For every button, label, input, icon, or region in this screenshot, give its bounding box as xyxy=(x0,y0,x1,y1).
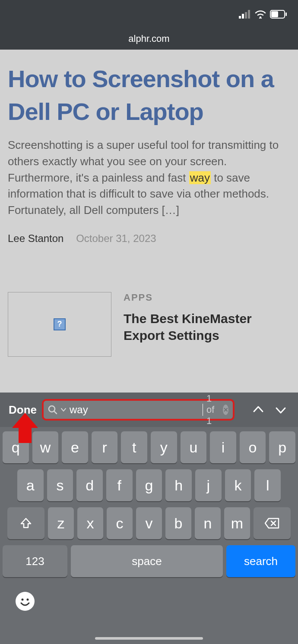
key-p[interactable]: p xyxy=(269,431,295,463)
url-domain: alphr.com xyxy=(128,33,169,44)
key-o[interactable]: o xyxy=(240,431,266,463)
image-placeholder-icon: ? xyxy=(54,318,66,330)
svg-rect-0 xyxy=(239,16,241,19)
keyboard-row-4: 123 space search xyxy=(3,545,295,577)
svg-rect-6 xyxy=(271,11,278,17)
article-date: October 31, 2023 xyxy=(76,232,156,244)
clear-icon[interactable]: ✕ xyxy=(223,405,228,415)
emoji-button[interactable] xyxy=(16,592,35,611)
related-article[interactable]: ? APPS The Best KineMaster Export Settin… xyxy=(8,292,290,357)
article-meta: Lee Stanton October 31, 2023 xyxy=(8,232,290,245)
svg-line-9 xyxy=(54,411,57,414)
key-e[interactable]: e xyxy=(62,431,88,463)
article-author[interactable]: Lee Stanton xyxy=(8,232,63,244)
svg-point-11 xyxy=(22,599,24,601)
svg-rect-7 xyxy=(285,13,287,16)
svg-point-4 xyxy=(260,16,261,18)
key-t[interactable]: t xyxy=(121,431,147,463)
find-search-field[interactable]: 1 of 1 ✕ xyxy=(42,399,235,421)
keyboard-row-1: qwertyuiop xyxy=(3,431,295,463)
article-title[interactable]: How to Screenshot on a Dell PC or Laptop xyxy=(8,63,290,128)
page-content[interactable]: How to Screenshot on a Dell PC or Laptop… xyxy=(0,50,298,393)
key-b[interactable]: b xyxy=(165,507,191,539)
search-icon xyxy=(48,405,57,415)
key-r[interactable]: r xyxy=(92,431,118,463)
keyboard-bottom-row xyxy=(3,583,295,611)
related-title[interactable]: The Best KineMaster Export Settings xyxy=(124,310,290,344)
key-m[interactable]: m xyxy=(224,507,250,539)
home-indicator[interactable] xyxy=(95,637,203,640)
key-d[interactable]: d xyxy=(76,469,103,501)
shift-key[interactable] xyxy=(7,507,44,539)
url-bar[interactable]: alphr.com xyxy=(0,28,298,50)
backspace-key[interactable] xyxy=(254,507,291,539)
key-j[interactable]: j xyxy=(195,469,222,501)
key-a[interactable]: a xyxy=(17,469,44,501)
key-h[interactable]: h xyxy=(165,469,192,501)
key-i[interactable]: i xyxy=(210,431,236,463)
search-highlight: way xyxy=(189,171,211,184)
status-bar xyxy=(0,0,298,28)
find-next-button[interactable] xyxy=(272,401,289,418)
key-f[interactable]: f xyxy=(106,469,133,501)
find-input[interactable] xyxy=(70,404,199,416)
keyboard-row-2: asdfghjkl xyxy=(3,469,295,501)
key-v[interactable]: v xyxy=(136,507,162,539)
find-result-count: 1 of 1 xyxy=(206,393,219,427)
signal-icon xyxy=(239,10,251,19)
text-cursor xyxy=(203,404,203,416)
battery-icon xyxy=(270,10,287,19)
key-l[interactable]: l xyxy=(254,469,281,501)
find-prev-button[interactable] xyxy=(250,401,267,418)
related-category[interactable]: APPS xyxy=(124,292,290,303)
keyboard: qwertyuiop asdfghjkl zxcvbnm 123 space s… xyxy=(0,427,298,644)
key-u[interactable]: u xyxy=(181,431,207,463)
key-z[interactable]: z xyxy=(48,507,74,539)
svg-rect-3 xyxy=(248,10,250,19)
wifi-icon xyxy=(254,10,266,19)
svg-rect-1 xyxy=(242,14,244,19)
svg-point-12 xyxy=(27,599,29,601)
key-c[interactable]: c xyxy=(107,507,133,539)
key-x[interactable]: x xyxy=(77,507,103,539)
key-n[interactable]: n xyxy=(195,507,221,539)
related-thumbnail[interactable]: ? xyxy=(8,292,111,357)
related-info: APPS The Best KineMaster Export Settings xyxy=(124,292,290,357)
keyboard-row-3: zxcvbnm xyxy=(3,507,295,539)
annotation-arrow-icon xyxy=(12,413,38,443)
svg-point-10 xyxy=(18,594,32,609)
key-y[interactable]: y xyxy=(151,431,177,463)
key-g[interactable]: g xyxy=(136,469,162,501)
numbers-key[interactable]: 123 xyxy=(3,545,67,577)
svg-rect-2 xyxy=(245,12,247,19)
key-k[interactable]: k xyxy=(225,469,251,501)
chevron-down-icon[interactable] xyxy=(61,407,66,412)
space-key[interactable]: space xyxy=(71,545,223,577)
key-s[interactable]: s xyxy=(47,469,73,501)
find-on-page-bar: Done 1 of 1 ✕ xyxy=(0,393,298,427)
search-key[interactable]: search xyxy=(226,545,295,577)
article-body: Screenshotting is a super useful tool fo… xyxy=(8,137,290,218)
